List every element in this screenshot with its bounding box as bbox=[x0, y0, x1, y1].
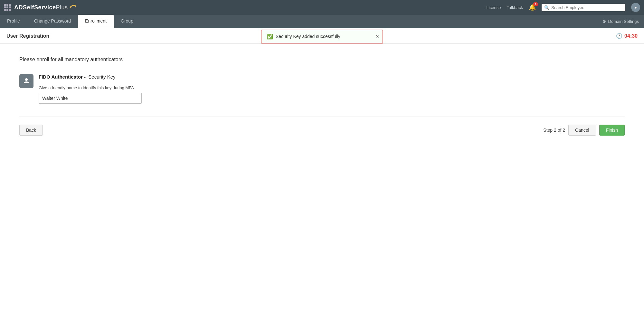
friendly-name-input[interactable] bbox=[39, 93, 142, 104]
enrollment-subtitle: Please enroll for all mandatory authenti… bbox=[19, 57, 625, 62]
step-navigation: Back Step 2 of 2 Cancel Finish bbox=[19, 125, 625, 136]
person-icon bbox=[23, 77, 30, 85]
search-icon: 🔍 bbox=[544, 5, 549, 10]
page-title: User Registration bbox=[6, 33, 49, 39]
tab-profile[interactable]: Profile bbox=[0, 15, 27, 28]
gear-icon: ⚙ bbox=[602, 19, 606, 24]
success-message: Security Key added successfully bbox=[276, 34, 340, 39]
tab-change-password[interactable]: Change Password bbox=[27, 15, 78, 28]
friendly-name-label: Give a friendly name to identify this ke… bbox=[39, 85, 142, 90]
tab-bar: Profile Change Password Enrollment Group… bbox=[0, 15, 644, 28]
notification-bell[interactable]: 🔔 2 bbox=[529, 4, 536, 11]
nav-logo-area: ADSelfServicePlus bbox=[4, 4, 76, 11]
search-input[interactable] bbox=[551, 5, 623, 10]
success-banner-wrapper: ✅ Security Key added successfully ✕ bbox=[261, 30, 383, 43]
notification-badge: 2 bbox=[533, 2, 538, 6]
tab-group[interactable]: Group bbox=[114, 15, 140, 28]
fido-title: FIDO Authenticator - Security Key bbox=[39, 74, 142, 80]
app-logo[interactable]: ADSelfServicePlus bbox=[14, 4, 76, 11]
svg-point-0 bbox=[25, 78, 28, 81]
fido-icon-box bbox=[19, 74, 33, 88]
logo-arc-icon bbox=[69, 4, 77, 11]
grid-menu-icon[interactable] bbox=[4, 4, 11, 11]
page-header: User Registration ✅ Security Key added s… bbox=[0, 28, 644, 44]
top-navbar: ADSelfServicePlus License Talkback 🔔 2 🔍… bbox=[0, 0, 644, 15]
search-box[interactable]: 🔍 bbox=[542, 4, 625, 11]
success-check-icon: ✅ bbox=[267, 33, 273, 40]
avatar-icon: ▾ bbox=[635, 5, 637, 10]
main-content: Please enroll for all mandatory authenti… bbox=[0, 44, 644, 333]
finish-button[interactable]: Finish bbox=[599, 125, 625, 136]
back-button[interactable]: Back bbox=[19, 125, 43, 136]
clock-icon: 🕐 bbox=[616, 33, 622, 39]
tabs-left: Profile Change Password Enrollment Group bbox=[0, 15, 140, 28]
timer-value: 04:30 bbox=[624, 33, 638, 39]
step-indicator: Step 2 of 2 bbox=[543, 128, 565, 133]
fido-details: FIDO Authenticator - Security Key Give a… bbox=[39, 74, 142, 104]
step-actions: Step 2 of 2 Cancel Finish bbox=[543, 125, 625, 136]
divider bbox=[19, 117, 625, 117]
success-banner: ✅ Security Key added successfully ✕ bbox=[261, 30, 383, 43]
license-link[interactable]: License bbox=[487, 5, 501, 10]
session-timer: 🕐 04:30 bbox=[616, 33, 638, 39]
avatar[interactable]: ▾ bbox=[631, 3, 640, 12]
cancel-button[interactable]: Cancel bbox=[568, 125, 596, 136]
close-icon[interactable]: ✕ bbox=[375, 34, 379, 39]
talkback-link[interactable]: Talkback bbox=[507, 5, 523, 10]
nav-right-area: License Talkback 🔔 2 🔍 ▾ bbox=[487, 3, 640, 12]
domain-settings-button[interactable]: ⚙ Domain Settings bbox=[597, 15, 644, 28]
fido-section: FIDO Authenticator - Security Key Give a… bbox=[19, 74, 625, 104]
tab-enrollment[interactable]: Enrollment bbox=[78, 15, 114, 28]
